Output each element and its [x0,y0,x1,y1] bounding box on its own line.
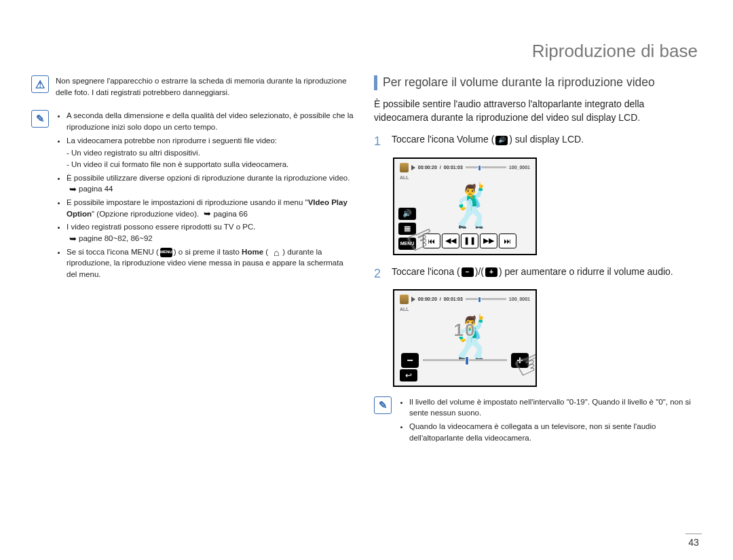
progress-bar [466,166,506,168]
section-intro: È possibile sentire l'audio attraverso l… [374,97,696,125]
manual-page: Riproduzione di base Non spegnere l'appa… [0,0,733,560]
lcd-grid-button[interactable]: ▦ [398,223,416,235]
lcd-screenshot-volume: 🕺 00:00:20/00:01:03 100_0001 ALL 10 − + … [393,289,537,387]
volume-track[interactable] [423,359,507,361]
rewind-button[interactable]: ◀◀ [442,234,459,248]
volume-up-button[interactable]: + [511,353,529,368]
volume-icon [495,136,508,145]
volume-level-label: 10 [454,320,476,341]
note-item: Se si tocca l'icona MENU (MENU) o si pre… [67,246,354,280]
clip-thumbnail-icon [400,295,409,304]
page-ref-icon [68,234,77,244]
note-item: Il livello del volume è impostato nell'i… [409,396,696,419]
bottom-notes-block: Il livello del volume è impostato nell'i… [374,396,696,446]
next-button[interactable]: ⏭ [499,234,516,248]
progress-bar [466,298,506,300]
sub-note: Un video registrato su altri dispositivi… [67,147,354,159]
play-indicator-icon [411,165,415,170]
step-1: 1 Toccare l'icona Volume () sul display … [374,132,696,150]
page-title: Riproduzione di base [31,41,702,62]
pause-button[interactable]: ❚❚ [461,234,478,248]
note-icon [374,396,392,414]
warning-text: Non spegnere l'apparecchio o estrarre la… [56,75,354,98]
note-item: A seconda della dimensione e della quali… [67,110,354,132]
steps-list: 1 Toccare l'icona Volume () sul display … [374,132,696,150]
transport-controls: ⏮ ◀◀ ❚❚ ▶▶ ⏭ [423,234,516,248]
all-label: ALL [400,175,409,180]
lcd-screenshot-playback: 🕺 00:00:20/00:01:03 100_0001 ALL 🔊 ▦ MEN… [393,157,537,255]
lcd-menu-button[interactable]: MENU [398,238,416,250]
bottom-notes-body: Il livello del volume è impostato nell'i… [398,396,696,446]
page-number: 43 [685,534,702,548]
warning-block: Non spegnere l'apparecchio o estrarre la… [31,75,354,98]
forward-button[interactable]: ▶▶ [480,234,497,248]
steps-list-cont: 2 Toccare l'icona ()/() per aumentare o … [374,265,696,282]
left-column: Non spegnere l'apparecchio o estrarre la… [31,75,354,458]
warning-icon [31,75,49,93]
volume-down-button[interactable]: − [401,353,419,368]
note-item: E possibile impostare le impostazioni di… [67,197,354,219]
back-button[interactable]: ↩ [400,369,417,381]
page-ref-icon [202,210,212,219]
sub-note: Un video il cui formato file non è suppo… [67,159,354,170]
right-column: Per regolare il volume durante la riprod… [374,75,696,458]
plus-icon [485,267,497,277]
menu-icon: MENU [160,248,172,257]
notes-body: A seconda della dimensione e della quali… [56,110,354,282]
lcd-side-buttons: 🔊 ▦ MENU [398,208,416,250]
home-icon [271,248,281,257]
note-item: Quando la videocamera è collegata a un t… [409,421,696,443]
two-column-layout: Non spegnere l'apparecchio o estrarre la… [31,75,702,458]
all-label: ALL [400,307,409,312]
minus-icon [462,267,474,277]
note-item: I video registrati possono essere riprod… [67,221,354,244]
lcd-topbar: 00:00:20/00:01:03 100_0001 [400,295,530,304]
prev-button[interactable]: ⏮ [423,234,440,248]
lcd-topbar: 00:00:20/00:01:03 100_0001 [400,163,530,172]
clip-thumbnail-icon [400,163,409,172]
section-heading: Per regolare il volume durante la riprod… [374,75,696,90]
page-ref-icon [68,185,77,194]
note-icon [31,110,49,128]
dancer-silhouette-icon: 🕺 [447,186,497,227]
note-item: È possibile utilizzare diverse opzioni d… [67,172,354,195]
lcd-volume-button[interactable]: 🔊 [398,208,416,220]
notes-block: A seconda della dimensione e della quali… [31,110,354,282]
play-indicator-icon [411,297,415,302]
note-item: La videocamera potrebbe non riprodurre i… [67,135,354,170]
step-2: 2 Toccare l'icona ()/() per aumentare o … [374,265,696,282]
volume-row: − + [401,353,529,368]
